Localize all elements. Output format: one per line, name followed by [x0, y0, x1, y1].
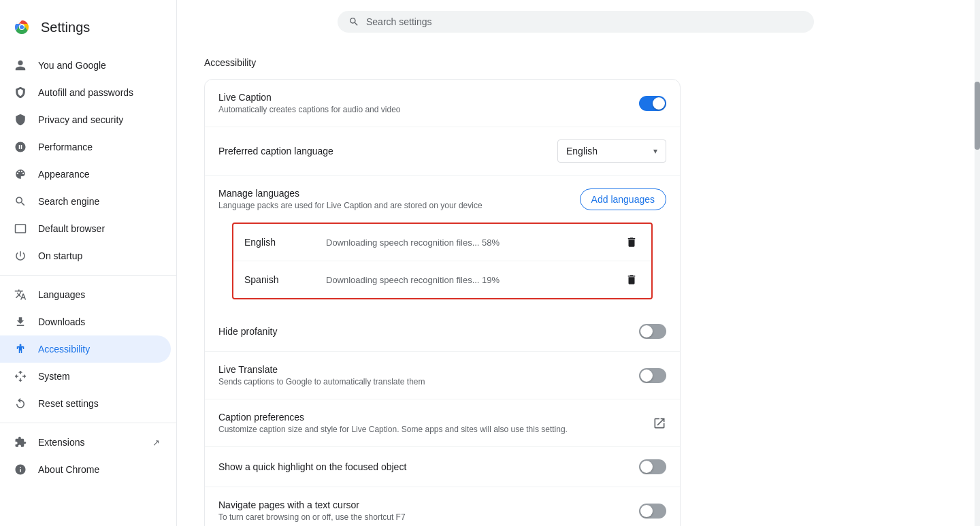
live-caption-label: Live Caption [218, 92, 628, 103]
toggle-thumb-4 [640, 461, 653, 473]
sidebar-item-autofill[interactable]: Autofill and passwords [0, 79, 171, 106]
spacer [218, 213, 666, 223]
caption-language-label: Preferred caption language [218, 146, 546, 157]
sidebar-label-reset-settings: Reset settings [38, 398, 99, 409]
sidebar-label-downloads: Downloads [38, 316, 85, 327]
setting-row-live-translate: Live Translate Sends captions to Google … [205, 352, 680, 399]
sidebar-label-accessibility: Accessibility [38, 344, 90, 355]
sidebar-divider-1 [0, 275, 176, 276]
text-cursor-toggle[interactable] [639, 504, 666, 519]
sidebar-item-default-browser[interactable]: Default browser [0, 215, 171, 242]
sidebar-item-extensions[interactable]: Extensions ↗ [0, 429, 171, 456]
live-caption-toggle[interactable] [639, 96, 666, 111]
sidebar-item-appearance[interactable]: Appearance [0, 161, 171, 188]
hide-profanity-label: Hide profanity [218, 326, 628, 337]
sidebar-label-languages: Languages [38, 289, 85, 300]
sidebar-item-performance[interactable]: Performance [0, 133, 171, 161]
setting-row-caption-preferences: Caption preferences Customize caption si… [205, 399, 680, 447]
search-bar-icon [348, 16, 359, 27]
system-icon [14, 369, 27, 383]
chrome-logo-icon [11, 16, 33, 38]
accessibility-icon [14, 342, 27, 356]
list-item-english: English Downloading speech recognition f… [233, 224, 651, 261]
svg-point-2 [20, 25, 24, 29]
about-chrome-icon [14, 463, 27, 476]
caption-preferences-external-link[interactable] [653, 416, 666, 430]
manage-languages-desc: Language packs are used for Live Caption… [218, 201, 483, 210]
sidebar-item-search-engine[interactable]: Search engine [0, 188, 171, 215]
text-cursor-desc: To turn caret browsing on or off, use th… [218, 512, 628, 522]
content-area: Accessibility Live Caption Automatically… [177, 44, 975, 526]
reset-icon [14, 397, 27, 410]
toggle-thumb [653, 97, 665, 110]
translate-icon [14, 288, 27, 301]
caption-preferences-label: Caption preferences [218, 412, 642, 423]
scrollbar-track[interactable] [975, 0, 980, 526]
sidebar-item-accessibility[interactable]: Accessibility [0, 335, 171, 363]
sidebar-item-languages[interactable]: Languages [0, 281, 171, 308]
sidebar-label-autofill: Autofill and passwords [38, 87, 133, 98]
live-translate-toggle[interactable] [639, 368, 666, 383]
caption-preferences-desc: Customize caption size and style for Liv… [218, 425, 642, 434]
language-status-english: Downloading speech recognition files... … [326, 237, 623, 248]
sidebar-item-on-startup[interactable]: On startup [0, 242, 171, 269]
caption-language-dropdown[interactable]: English ▾ [557, 139, 666, 163]
delete-spanish-button[interactable] [623, 271, 640, 289]
language-list-wrapper: English Downloading speech recognition f… [205, 223, 680, 312]
sidebar-title: Settings [41, 20, 90, 35]
extensions-icon [14, 435, 27, 449]
language-list: English Downloading speech recognition f… [232, 223, 653, 299]
add-languages-button[interactable]: Add languages [580, 188, 666, 210]
search-bar [338, 11, 814, 33]
sidebar-header: Settings [0, 11, 176, 52]
hide-profanity-toggle[interactable] [639, 324, 666, 339]
hide-profanity-info: Hide profanity [218, 326, 639, 337]
caption-preferences-info: Caption preferences Customize caption si… [218, 412, 653, 434]
quick-highlight-toggle[interactable] [639, 459, 666, 474]
sidebar-item-system[interactable]: System [0, 363, 171, 390]
live-caption-desc: Automatically creates captions for audio… [218, 105, 628, 114]
live-translate-label: Live Translate [218, 364, 628, 375]
main-content: Accessibility Live Caption Automatically… [177, 0, 975, 526]
sidebar-item-reset-settings[interactable]: Reset settings [0, 390, 171, 417]
setting-row-quick-highlight: Show a quick highlight on the focused ob… [205, 447, 680, 487]
sidebar-item-about-chrome[interactable]: About Chrome [0, 456, 171, 483]
sidebar-label-extensions: Extensions [38, 437, 84, 448]
sidebar-item-privacy[interactable]: Privacy and security [0, 106, 171, 133]
manage-languages-label: Manage languages [218, 188, 483, 199]
setting-row-caption-language: Preferred caption language English ▾ [205, 127, 680, 176]
gauge-icon [14, 140, 27, 154]
language-name-spanish: Spanish [244, 274, 299, 285]
trash-icon [625, 236, 638, 248]
page-title: Accessibility [204, 57, 681, 68]
text-cursor-info: Navigate pages with a text cursor To tur… [218, 499, 639, 522]
delete-english-button[interactable] [623, 233, 640, 251]
svg-point-3 [20, 344, 22, 346]
accessibility-section: Accessibility Live Caption Automatically… [204, 57, 681, 526]
sidebar-item-downloads[interactable]: Downloads [0, 308, 171, 335]
browser-icon [14, 222, 27, 235]
manage-lang-header: Manage languages Language packs are used… [218, 188, 666, 210]
sidebar-item-you-and-google[interactable]: You and Google [0, 52, 171, 79]
scrollbar-thumb[interactable] [975, 82, 980, 150]
search-input[interactable] [366, 16, 803, 27]
search-bar-container [177, 0, 975, 44]
toggle-thumb-2 [640, 325, 653, 338]
autofill-icon [14, 86, 27, 99]
list-item-spanish: Spanish Downloading speech recognition f… [233, 261, 651, 298]
live-caption-info: Live Caption Automatically creates capti… [218, 92, 639, 114]
quick-highlight-info: Show a quick highlight on the focused ob… [218, 461, 639, 472]
manage-languages-section: Manage languages Language packs are used… [205, 176, 680, 223]
trash-icon-2 [625, 274, 638, 286]
quick-highlight-label: Show a quick highlight on the focused ob… [218, 461, 628, 472]
external-link-extensions-icon: ↗ [152, 438, 160, 448]
setting-row-hide-profanity: Hide profanity [205, 312, 680, 352]
text-cursor-label: Navigate pages with a text cursor [218, 499, 628, 510]
setting-row-text-cursor: Navigate pages with a text cursor To tur… [205, 487, 680, 526]
sidebar-label-appearance: Appearance [38, 169, 90, 180]
person-icon [14, 59, 27, 72]
live-translate-desc: Sends captions to Google to automaticall… [218, 377, 628, 387]
sidebar-label-about-chrome: About Chrome [38, 464, 99, 475]
caption-language-info: Preferred caption language [218, 146, 557, 157]
sidebar-label-default-browser: Default browser [38, 223, 105, 234]
